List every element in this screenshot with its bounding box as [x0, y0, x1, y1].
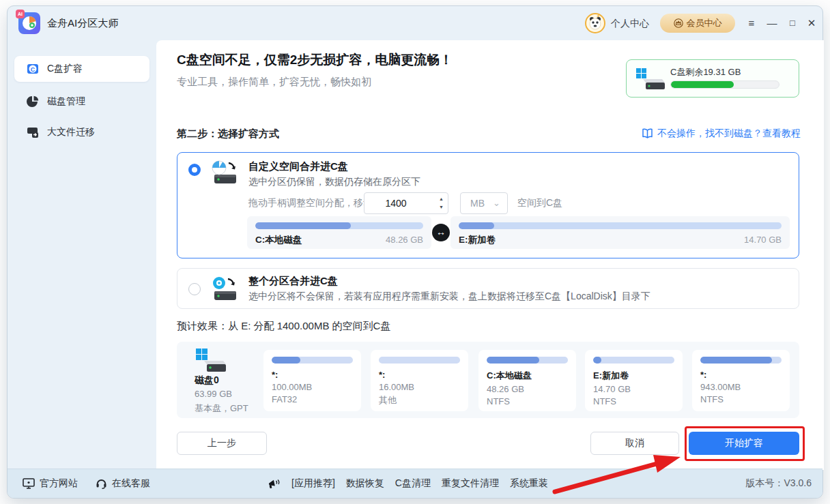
sidebar-item-label: C盘扩容 — [47, 63, 83, 75]
maximize-icon[interactable]: □ — [784, 15, 801, 31]
megaphone-icon — [268, 478, 281, 490]
promo-duplicate-clean[interactable]: 重复文件清理 — [442, 477, 499, 490]
pie-chart-icon — [27, 95, 39, 108]
migrate-icon — [27, 126, 39, 138]
option-custom-merge[interactable]: 自定义空间合并进C盘 选中分区仍保留，数据仍存储在原分区下 拖动手柄调整空间分配… — [177, 152, 799, 258]
sidebar-item-large-file-migration[interactable]: 大文件迁移 — [14, 119, 149, 145]
amount-stepper[interactable]: ▲ ▼ — [439, 195, 444, 211]
disk0-icon — [195, 347, 226, 373]
sidebar-item-c-drive-expand[interactable]: C C盘扩容 — [14, 56, 149, 82]
page-title: C盘空间不足，仅需2步无损扩容，电脑更流畅！ — [177, 51, 453, 69]
partition-bar — [272, 357, 353, 364]
main-panel: C盘空间不足，仅需2步无损扩容，电脑更流畅！ 专业工具，操作简单，扩容无忧，畅快… — [156, 40, 824, 470]
resize-handle-icon[interactable]: ↔ — [432, 224, 450, 241]
disk0-type: 基本盘，GPT — [195, 402, 248, 415]
partition-bar — [700, 357, 782, 364]
book-icon — [642, 128, 653, 139]
official-site-label: 官方网站 — [40, 477, 78, 490]
partition-resize-bars: C:本地磁盘 48.26 GB ↔ E:新加卷 14.70 GB — [247, 216, 790, 249]
estimate-label: 预计效果：从 E: 分配 1400.00MB 的空间到C盘 — [177, 320, 390, 333]
minimize-icon[interactable]: — — [764, 15, 780, 31]
partition-size: 14.70 GB — [593, 384, 674, 394]
custom-merge-icon — [209, 160, 240, 187]
promo-c-clean[interactable]: C盘清理 — [395, 477, 431, 490]
c-drive-progress — [670, 80, 779, 89]
app-logo-icon: AI — [18, 12, 40, 34]
app-title: 金舟AI分区大师 — [47, 17, 118, 30]
partition-bar — [379, 357, 460, 364]
tutorial-link-label: 不会操作，找不到磁盘？查看教程 — [657, 128, 801, 140]
partition-card[interactable]: *: 943.00MB NTFS — [692, 350, 790, 411]
title-bar: AI 金舟AI分区大师 个人中心 会员中心 ≡ — □ ✕ — [8, 6, 822, 40]
radio-whole-merge[interactable] — [188, 283, 201, 295]
partition-bar — [593, 357, 674, 364]
partition-card[interactable]: *: 16.00MB 其他 — [371, 350, 468, 411]
partition-fs: 其他 — [379, 394, 460, 406]
promo-data-recovery[interactable]: 数据恢复 — [346, 477, 384, 490]
disk0-name: 磁盘0 — [195, 374, 219, 387]
target-disk-panel: E:新加卷 14.70 GB — [450, 216, 790, 249]
partition-card[interactable]: *: 100.00MB FAT32 — [263, 350, 361, 411]
source-disk-panel: C:本地磁盘 48.26 GB — [247, 216, 431, 249]
disk-overview-panel: 磁盘0 63.99 GB 基本盘，GPT *: 100.00MB FAT32 *… — [177, 342, 799, 418]
c-disk-bar-fill — [255, 222, 351, 229]
partition-size: 100.00MB — [272, 382, 353, 392]
partition-name: C:本地磁盘 — [487, 370, 568, 382]
c-drive-remaining-label: C盘剩余19.31 GB — [670, 66, 741, 78]
online-service-link[interactable]: 在线客服 — [96, 477, 150, 490]
partition-size: 48.26 GB — [487, 384, 568, 394]
start-expand-button[interactable]: 开始扩容 — [689, 432, 799, 455]
sidebar-item-disk-management[interactable]: 磁盘管理 — [14, 89, 149, 115]
stepper-down-icon[interactable]: ▼ — [439, 203, 444, 211]
stepper-up-icon[interactable]: ▲ — [439, 195, 444, 203]
c-drive-remaining-card: C盘剩余19.31 GB — [626, 59, 799, 98]
partition-card[interactable]: C:本地磁盘 48.26 GB NTFS — [478, 350, 576, 411]
member-center-label: 会员中心 — [687, 17, 722, 29]
amount-input[interactable] — [364, 193, 427, 213]
official-site-link[interactable]: 官方网站 — [23, 477, 78, 490]
page-subtitle: 专业工具，操作简单，扩容无忧，畅快如初 — [177, 76, 371, 89]
partition-fs: NTFS — [487, 396, 568, 406]
cancel-button[interactable]: 取消 — [590, 432, 679, 455]
partition-name: *: — [379, 370, 460, 380]
previous-step-button[interactable]: 上一步 — [177, 432, 267, 455]
tutorial-link[interactable]: 不会操作，找不到磁盘？查看教程 — [642, 128, 801, 140]
promo-system-reinstall[interactable]: 系统重装 — [510, 477, 548, 490]
partition-name: E:新加卷 — [593, 370, 674, 382]
option-desc: 选中分区仍保留，数据仍存储在原分区下 — [248, 176, 420, 188]
adjust-prefix: 拖动手柄调整空间分配，移动 — [248, 197, 373, 209]
disk0-size: 63.99 GB — [195, 389, 232, 399]
promo-app-recommend: [应用推荐] — [291, 477, 335, 490]
crown-icon — [674, 18, 683, 28]
sidebar: C C盘扩容 磁盘管理 大文件迁移 — [8, 40, 156, 470]
option-whole-merge[interactable]: 整个分区合并进C盘 选中分区将不会保留，若装有应用程序需重新安装，盘上数据将迁移… — [177, 268, 799, 309]
radio-custom-merge[interactable] — [188, 164, 201, 176]
monitor-icon — [23, 478, 35, 489]
whole-merge-icon — [209, 276, 240, 303]
e-disk-size: 14.70 GB — [744, 235, 782, 245]
unit-select[interactable]: MB ⌄ — [460, 192, 508, 214]
option-title: 整个分区合并进C盘 — [248, 275, 338, 288]
close-icon[interactable]: ✕ — [803, 15, 820, 31]
headset-icon — [96, 478, 107, 489]
partition-fs: FAT32 — [272, 394, 353, 404]
menu-icon[interactable]: ≡ — [743, 15, 760, 31]
partition-fs: NTFS — [700, 394, 782, 404]
windows-disk-icon — [635, 67, 666, 91]
member-center-button[interactable]: 会员中心 — [660, 14, 735, 33]
partition-size: 943.00MB — [700, 382, 782, 392]
version-label: 版本号：V3.0.6 — [746, 477, 812, 490]
partition-card[interactable]: E:新加卷 14.70 GB NTFS — [585, 350, 683, 411]
chevron-down-icon: ⌄ — [493, 200, 500, 207]
amount-input-wrap: ▲ ▼ — [364, 192, 448, 214]
partition-name: *: — [272, 370, 353, 380]
c-drive-progress-fill — [671, 81, 734, 88]
e-disk-name: E:新加卷 — [459, 234, 496, 246]
personal-center-link[interactable]: 个人中心 — [611, 18, 649, 30]
partition-name: *: — [700, 370, 782, 380]
app-window: AI 金舟AI分区大师 个人中心 会员中心 ≡ — □ ✕ — [7, 5, 823, 499]
unit-value: MB — [470, 198, 485, 209]
partition-bar — [487, 357, 568, 364]
e-disk-bar-fill — [459, 222, 494, 229]
user-avatar-icon[interactable] — [585, 13, 605, 33]
